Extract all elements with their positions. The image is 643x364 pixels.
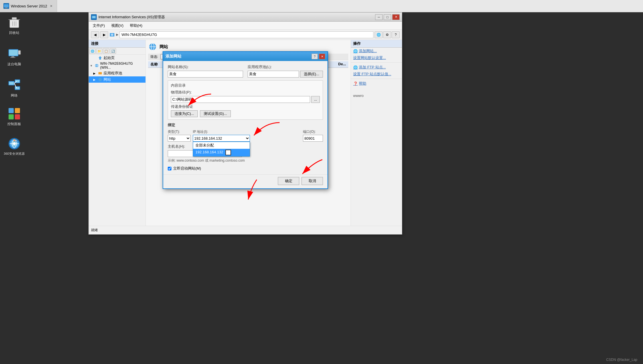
connect-btn[interactable]: 连接为(C)... [171, 110, 198, 117]
dialog-close-btn[interactable]: ✕ [319, 54, 325, 59]
physical-path-row: 物理路径(P): ... [171, 90, 320, 103]
path-row: ... [171, 96, 320, 103]
toolbar-btn-3[interactable]: ? [392, 31, 400, 38]
app-pool-input[interactable] [248, 71, 299, 78]
ip-select[interactable]: 192.168.164.132 [193, 135, 250, 142]
help-icon: ❓ [353, 82, 358, 86]
site-name-label: 网站名称(S): [168, 64, 243, 70]
taskbar-close-btn[interactable]: ✕ [49, 4, 53, 8]
address-bar: WIN-7M42E6GHU7G [120, 31, 373, 38]
svg-rect-11 [11, 56, 14, 57]
desktop-icon-recycle[interactable]: 回收站 [3, 16, 26, 35]
toolbar-btn-1[interactable]: 🌐 [375, 31, 383, 38]
iis-left-panel: 连接 🌐 📁 📋 🔄 起始页 ▼ WIN-7M42E6GHU7G (WIN...… [89, 40, 146, 226]
svg-rect-1 [5, 7, 7, 8]
browser-360-icon: 360 [7, 137, 21, 151]
add-website-icon: 🌐 [353, 49, 358, 53]
svg-text:360: 360 [13, 139, 17, 142]
type-select[interactable]: http https [168, 135, 191, 142]
cancel-btn[interactable]: 取消 [302, 177, 323, 185]
svg-rect-22 [9, 108, 14, 113]
left-toolbar: 🌐 📁 📋 🔄 [89, 48, 145, 55]
port-input[interactable] [303, 135, 323, 142]
type-label: 类型(T): [168, 129, 191, 134]
action-add-ftp[interactable]: 🌐 添加 FTP 站点... [351, 64, 402, 71]
taskbar-icon [3, 3, 9, 9]
taskbar-tab[interactable]: Windows Server 2012 ✕ [0, 0, 57, 12]
browse-btn[interactable]: ... [311, 96, 320, 103]
iis-icon [91, 14, 97, 20]
ip-option-192-label: 192.168.164.132 [195, 150, 223, 154]
svg-rect-10 [9, 50, 18, 56]
tree-item-home[interactable]: 起始页 [89, 55, 145, 61]
iis-close-btn[interactable]: ✕ [392, 14, 400, 20]
watermark: CSDN @facker_Lap [606, 358, 637, 362]
left-btn-3[interactable]: 📋 [103, 48, 109, 54]
iis-minimize-btn[interactable]: ─ [375, 14, 383, 20]
left-btn-2[interactable]: 📁 [96, 48, 102, 54]
app-pool-row: 选择(E)... [248, 71, 323, 78]
svg-rect-15 [9, 82, 14, 85]
action-add-ftp-label: 添加 FTP 站点... [359, 65, 386, 70]
desktop-icon-browser[interactable]: 360 360安全浏览器 [3, 137, 26, 156]
connections-header: 连接 [89, 40, 145, 48]
action-sep-2 [351, 79, 402, 79]
action-site-defaults[interactable]: 设置网站默认设置... [351, 54, 402, 61]
cursor-icon: + [225, 150, 231, 155]
tree-websites-label: 网站 [104, 77, 111, 82]
iis-titlebar-controls: ─ □ ✕ [375, 14, 400, 20]
iis-title: Internet Information Services (IIS)管理器 [98, 15, 165, 20]
iis-maximize-btn[interactable]: □ [384, 14, 391, 20]
ip-option-all[interactable]: 全部未分配 [193, 142, 250, 149]
binding-title: 绑定 [168, 123, 323, 128]
app-pool-select-btn[interactable]: 选择(E)... [300, 71, 323, 78]
menu-file[interactable]: 文件(F) [90, 23, 108, 29]
physical-path-label: 物理路径(P): [171, 90, 320, 95]
actions-header: 操作 [351, 40, 402, 48]
back-btn[interactable]: ◀ [91, 31, 99, 38]
action-site-defaults-label: 设置网站默认设置... [353, 55, 386, 60]
ok-btn[interactable]: 确定 [278, 177, 299, 185]
add-ftp-icon: 🌐 [353, 65, 358, 70]
desktop-icon-thispc[interactable]: 这台电脑 [3, 47, 26, 67]
tree-item-websites[interactable]: ▶ 网站 [89, 76, 145, 83]
site-name-input[interactable] [168, 71, 243, 78]
dialog-titlebar: 添加网站 ? ✕ [163, 52, 327, 61]
action-ftp-defaults[interactable]: 设置 FTP 站点默认值... [351, 71, 402, 78]
ip-option-192[interactable]: 192.168.164.132 + [193, 149, 250, 156]
forward-btn[interactable]: ▶ [100, 31, 108, 38]
toolbar-btn-2[interactable]: ⚙ [383, 31, 391, 38]
menu-help[interactable]: 帮助(H) [127, 23, 145, 29]
svg-rect-25 [15, 114, 20, 119]
menu-view[interactable]: 视图(V) [108, 23, 126, 29]
action-help-label: 帮助 [359, 81, 366, 86]
action-help[interactable]: ❓ 帮助 [351, 80, 402, 87]
left-btn-1[interactable]: 🌐 [89, 48, 96, 54]
credentials-row: 连接为(C)... 测试设置(G)... [171, 110, 320, 117]
hostname-hint: 示例: www.contoso.com 或 marketing.contoso.… [168, 158, 323, 163]
dialog-title: 添加网站 [165, 54, 181, 59]
ip-dropdown: 全部未分配 192.168.164.132 + [193, 142, 250, 156]
status-text: 就绪 [91, 228, 98, 233]
browser-label: 360安全浏览器 [4, 152, 25, 156]
center-header: 网站 [148, 42, 348, 51]
left-btn-4[interactable]: 🔄 [110, 48, 116, 54]
action-add-website-label: 添加网站... [359, 48, 377, 54]
physical-path-input[interactable] [171, 96, 310, 103]
start-immediately-checkbox[interactable] [168, 167, 171, 170]
dialog-help-btn[interactable]: ? [312, 54, 318, 59]
svg-rect-4 [12, 17, 17, 20]
desktop-icon-controlpanel[interactable]: 控制面板 [3, 107, 26, 127]
action-sep-1 [351, 62, 402, 63]
tree-item-apppool[interactable]: ▶ 应用程序池 [89, 70, 145, 76]
iis-titlebar: Internet Information Services (IIS)管理器 ─… [89, 13, 402, 22]
tree-item-server[interactable]: ▼ WIN-7M42E6GHU7G (WIN... [89, 61, 145, 70]
iis-statusbar: 就绪 [89, 226, 402, 234]
action-add-website[interactable]: 🌐 添加网站... [351, 48, 402, 54]
desktop-icon-network[interactable]: 网络 [3, 78, 26, 98]
test-btn[interactable]: 测试设置(G)... [200, 110, 231, 117]
iis-right-panel: 操作 🌐 添加网站... 设置网站默认设置... 🌐 添加 FTP 站点... … [351, 40, 402, 226]
network-icon [7, 78, 21, 92]
center-title: 网站 [159, 44, 168, 50]
action-ftp-defaults-label: 设置 FTP 站点默认值... [353, 72, 391, 77]
